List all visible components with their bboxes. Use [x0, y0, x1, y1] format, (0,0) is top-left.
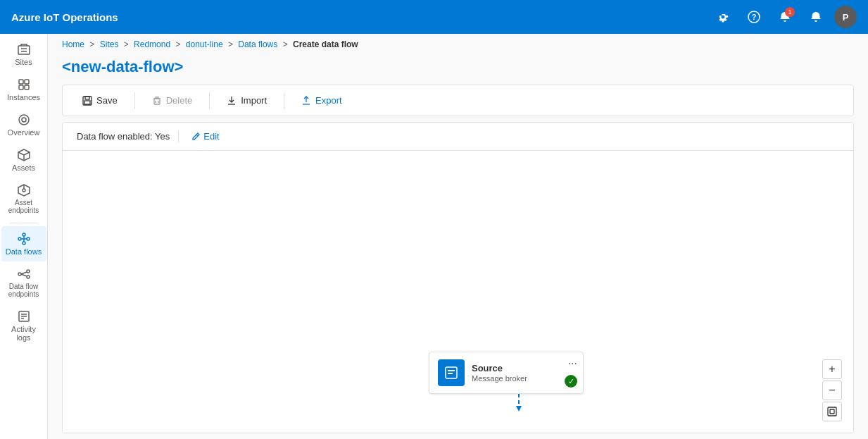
source-node-subtitle: Message broker	[472, 374, 574, 383]
sidebar-item-overview[interactable]: Overview	[1, 107, 46, 142]
app-title: Azure IoT Operations	[11, 11, 710, 23]
flow-canvas: Source Message broker ··· ✓	[63, 151, 853, 433]
sidebar-item-asset-endpoints-label: Asset endpoints	[4, 199, 44, 214]
page-title: <new-data-flow>	[48, 55, 868, 85]
sidebar-item-instances[interactable]: Instances	[1, 72, 46, 107]
import-label: Import	[241, 95, 267, 106]
zoom-reset-button[interactable]	[822, 402, 842, 421]
svg-point-16	[27, 237, 30, 240]
content-area: Home > Sites > Redmond > donut-line > Da…	[48, 34, 868, 439]
svg-rect-32	[154, 99, 160, 104]
svg-point-20	[18, 273, 21, 276]
help-button[interactable]: ?	[741, 4, 767, 30]
sidebar: Sites Instances Overview A	[0, 34, 48, 439]
delete-button[interactable]: Delete	[144, 91, 201, 110]
sidebar-divider-1	[10, 223, 38, 223]
sidebar-item-sites[interactable]: Sites	[1, 37, 46, 72]
zoom-in-button[interactable]: +	[822, 359, 842, 379]
toolbar: Save Delete Import	[62, 85, 854, 116]
svg-point-15	[23, 233, 25, 236]
svg-point-10	[22, 118, 26, 122]
breadcrumb-data-flows[interactable]: Data flows	[238, 39, 277, 49]
sidebar-item-assets[interactable]: Assets	[1, 142, 46, 178]
main-layout: Sites Instances Overview A	[0, 34, 868, 439]
svg-point-21	[27, 270, 30, 273]
source-node-menu[interactable]: ···	[568, 358, 577, 369]
sidebar-item-data-flows-label: Data flows	[6, 247, 42, 256]
toolbar-sep-1	[134, 92, 135, 109]
nav-icons: ? 1 P	[710, 4, 857, 30]
svg-point-14	[18, 237, 21, 240]
alert-button[interactable]	[803, 4, 829, 30]
svg-rect-31	[84, 101, 90, 104]
sidebar-item-activity-logs[interactable]: Activity logs	[1, 304, 46, 347]
status-text: Data flow enabled: Yes	[77, 131, 170, 142]
notification-badge: 1	[785, 7, 795, 17]
settings-button[interactable]	[710, 4, 736, 30]
status-sep	[178, 131, 179, 142]
breadcrumb-sep-1: >	[89, 39, 94, 49]
svg-marker-41	[516, 406, 522, 412]
svg-rect-5	[19, 80, 23, 84]
svg-rect-8	[25, 85, 29, 89]
svg-rect-45	[448, 370, 455, 371]
breadcrumb-sep-4: >	[228, 39, 233, 49]
svg-point-12	[23, 189, 25, 192]
breadcrumb-sep-2: >	[124, 39, 129, 49]
svg-rect-46	[448, 373, 453, 374]
zoom-out-button[interactable]: −	[822, 381, 842, 400]
delete-label: Delete	[166, 95, 193, 106]
source-node[interactable]: Source Message broker ··· ✓	[429, 352, 584, 394]
svg-line-23	[21, 272, 27, 274]
sidebar-item-data-flow-endpoints[interactable]: Data flow endpoints	[1, 261, 46, 304]
svg-point-17	[23, 242, 25, 245]
import-button[interactable]: Import	[218, 91, 275, 110]
export-label: Export	[315, 95, 342, 106]
sidebar-item-activity-logs-label: Activity logs	[4, 325, 44, 342]
export-button[interactable]: Export	[293, 91, 351, 110]
svg-rect-50	[828, 407, 836, 416]
sidebar-item-assets-label: Assets	[12, 163, 35, 172]
source-node-title: Source	[472, 363, 574, 373]
sidebar-item-overview-label: Overview	[8, 128, 40, 137]
save-button[interactable]: Save	[74, 91, 126, 110]
svg-rect-51	[830, 409, 834, 414]
breadcrumb-current: Create data flow	[293, 39, 358, 49]
breadcrumb: Home > Sites > Redmond > donut-line > Da…	[48, 34, 868, 55]
breadcrumb-sep-5: >	[283, 39, 288, 49]
breadcrumb-home[interactable]: Home	[62, 39, 84, 49]
sidebar-item-instances-label: Instances	[7, 93, 40, 101]
edit-button[interactable]: Edit	[187, 130, 223, 143]
svg-line-39	[196, 135, 198, 136]
zoom-controls: + −	[822, 359, 842, 421]
sidebar-item-data-flow-endpoints-label: Data flow endpoints	[4, 283, 44, 298]
svg-line-24	[21, 274, 27, 276]
source-node-check: ✓	[565, 375, 577, 388]
source-node-inner: Source Message broker	[429, 352, 583, 393]
svg-rect-2	[18, 46, 30, 54]
svg-text:?: ?	[752, 13, 757, 21]
svg-rect-30	[85, 97, 89, 99]
save-label: Save	[96, 95, 118, 106]
breadcrumb-sep-3: >	[175, 39, 180, 49]
edit-label: Edit	[203, 131, 219, 142]
toolbar-sep-2	[209, 92, 210, 109]
svg-point-22	[27, 276, 30, 278]
sidebar-item-data-flows[interactable]: Data flows	[1, 226, 46, 261]
svg-rect-7	[19, 85, 23, 89]
breadcrumb-donut-line[interactable]: donut-line	[186, 39, 223, 49]
toolbar-sep-3	[284, 92, 284, 109]
status-bar: Data flow enabled: Yes Edit	[63, 123, 853, 151]
user-avatar[interactable]: P	[834, 6, 857, 28]
sidebar-item-sites-label: Sites	[15, 58, 32, 66]
notifications-button[interactable]: 1	[772, 4, 798, 30]
svg-rect-6	[25, 80, 29, 84]
source-node-info: Source Message broker	[472, 363, 574, 383]
sidebar-item-asset-endpoints[interactable]: Asset endpoints	[1, 178, 46, 220]
breadcrumb-redmond[interactable]: Redmond	[134, 39, 170, 49]
source-node-icon	[438, 359, 465, 386]
canvas-container: Data flow enabled: Yes Edit	[62, 122, 854, 433]
top-nav: Azure IoT Operations ? 1 P	[0, 0, 868, 34]
breadcrumb-sites[interactable]: Sites	[100, 39, 119, 49]
svg-point-9	[19, 115, 29, 125]
